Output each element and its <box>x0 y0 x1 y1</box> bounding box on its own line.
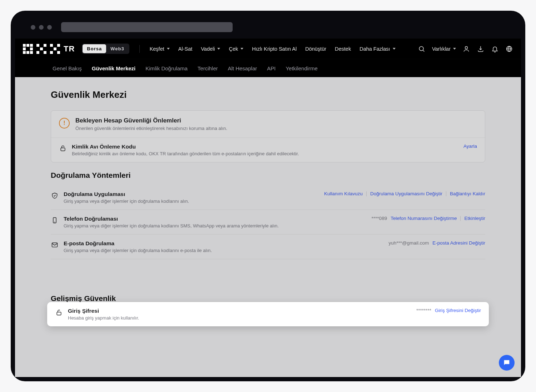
unlock-icon <box>55 308 63 316</box>
search-icon[interactable] <box>418 45 426 53</box>
nav-al-sat[interactable]: Al-Sat <box>178 46 193 52</box>
globe-icon[interactable] <box>505 45 513 53</box>
phone-subtitle: Giriş yapma veya diğer işlemler için doğ… <box>64 223 367 228</box>
email-change-link[interactable]: E-posta Adresini Değiştir <box>432 240 485 246</box>
authenticator-guide-link[interactable]: Kullanım Kılavuzu <box>324 191 363 196</box>
alert-subtitle: Önerilen güvenlik önlemlerini etkinleşti… <box>75 126 227 131</box>
separator <box>446 191 446 196</box>
authenticator-subtitle: Giriş yapma veya diğer işlemler için doğ… <box>64 198 319 204</box>
password-title: Giriş Şifresi <box>68 308 411 314</box>
phishing-code-row: Kimlik Avı Önleme Kodu Belirlediğiniz ki… <box>51 138 485 162</box>
nav-destek[interactable]: Destek <box>335 46 351 52</box>
email-subtitle: Giriş yapma veya diğer işlemler için doğ… <box>64 248 383 253</box>
phishing-title: Kimlik Avı Önleme Kodu <box>72 144 458 150</box>
password-masked: ******** <box>416 308 431 313</box>
email-masked: yuh***@gmail.com <box>388 240 429 246</box>
email-title: E-posta Doğrulama <box>64 240 383 247</box>
svg-point-0 <box>419 46 423 51</box>
tab-genel-bakis[interactable]: Genel Bakış <box>53 61 82 76</box>
svg-rect-6 <box>57 312 61 315</box>
window-dot-maximize[interactable] <box>47 25 52 30</box>
page-title: Güvenlik Merkezi <box>51 89 485 100</box>
bell-icon[interactable] <box>491 45 499 53</box>
svg-point-7 <box>505 362 506 362</box>
logo-glyph-left <box>23 44 33 54</box>
top-nav: TR Borsa Web3 Keşfet Al-Sat Vadeli Çek H… <box>15 39 521 59</box>
top-nav-right: Varlıklar <box>418 45 513 53</box>
phishing-subtitle: Belirlediğiniz kimlik avı önleme kodu, O… <box>72 151 458 156</box>
method-password-highlight: Giriş Şifresi Hesaba giriş yapmak için k… <box>47 302 489 326</box>
tab-api[interactable]: API <box>267 61 276 76</box>
primary-nav-links: Keşfet Al-Sat Vadeli Çek Hızlı Kripto Sa… <box>150 46 396 52</box>
security-alert-panel: ! Bekleyen Hesap Güvenliği Önlemleri Öne… <box>51 110 485 162</box>
section-advanced-title: Gelişmiş Güvenlik <box>51 294 485 303</box>
nav-daha-fazlasi[interactable]: Daha Fazlası <box>359 46 395 52</box>
nav-separator <box>139 45 140 53</box>
logo-glyph-x <box>50 44 60 54</box>
segment-borsa[interactable]: Borsa <box>83 44 106 53</box>
svg-rect-3 <box>61 148 65 151</box>
secondary-nav: Genel Bakış Güvenlik Merkezi Kimlik Doğr… <box>15 59 521 77</box>
phone-icon <box>51 216 59 224</box>
svg-point-1 <box>465 46 468 49</box>
window-dot-minimize[interactable] <box>39 25 44 30</box>
mail-icon <box>51 241 59 249</box>
warning-icon: ! <box>59 118 70 129</box>
content-area: Güvenlik Merkezi ! Bekleyen Hesap Güvenl… <box>15 77 521 377</box>
window-dot-close[interactable] <box>31 25 35 30</box>
alert-title: Bekleyen Hesap Güvenliği Önlemleri <box>75 117 227 124</box>
tab-alt-hesaplar[interactable]: Alt Hesaplar <box>228 61 257 76</box>
nav-hizli-kripto[interactable]: Hızlı Kripto Satın Al <box>252 46 297 52</box>
user-icon[interactable] <box>462 45 470 53</box>
app-window: TR Borsa Web3 Keşfet Al-Sat Vadeli Çek H… <box>15 39 521 377</box>
svg-point-9 <box>507 362 508 362</box>
password-change-link[interactable]: Giriş Şifresini Değiştir <box>435 308 481 313</box>
nav-kesfet[interactable]: Keşfet <box>150 46 170 52</box>
tab-kimlik-dogrulama[interactable]: Kimlik Doğrulama <box>145 61 188 76</box>
url-bar[interactable] <box>61 22 233 32</box>
separator <box>366 191 367 196</box>
shield-icon <box>51 192 59 200</box>
verification-methods: Doğrulama Uygulaması Giriş yapma veya di… <box>51 185 485 291</box>
phone-masked: ****089 <box>372 216 387 221</box>
brand-logo[interactable]: TR Borsa Web3 <box>23 44 129 54</box>
phone-enable-link[interactable]: Etkinleştir <box>464 216 485 221</box>
nav-donustur[interactable]: Dönüştür <box>305 46 326 52</box>
method-authenticator: Doğrulama Uygulaması Giriş yapma veya di… <box>51 185 485 210</box>
browser-frame: TR Borsa Web3 Keşfet Al-Sat Vadeli Çek H… <box>11 11 525 381</box>
authenticator-remove-link[interactable]: Bağlantıyı Kaldır <box>450 191 485 196</box>
method-phone: Telefon Doğrulaması Giriş yapma veya diğ… <box>51 210 485 235</box>
svg-point-8 <box>506 362 507 362</box>
download-icon[interactable] <box>477 45 485 53</box>
market-segmented: Borsa Web3 <box>82 44 129 54</box>
lock-icon <box>59 144 67 152</box>
tab-tercihler[interactable]: Tercihler <box>198 61 218 76</box>
logo-glyph-mid <box>36 44 46 54</box>
pending-security-alert: ! Bekleyen Hesap Güvenliği Önlemleri Öne… <box>51 111 485 138</box>
separator <box>460 216 461 221</box>
section-verification-title: Doğrulama Yöntemleri <box>51 171 485 180</box>
authenticator-change-link[interactable]: Doğrulama Uygulamasını Değiştir <box>370 191 442 196</box>
window-controls <box>15 21 521 39</box>
tab-yetkilendirme[interactable]: Yetkilendirme <box>286 61 318 76</box>
nav-cek[interactable]: Çek <box>229 46 243 52</box>
chat-button[interactable] <box>499 355 515 371</box>
method-email: E-posta Doğrulama Giriş yapma veya diğer… <box>51 235 485 259</box>
phone-title: Telefon Doğrulaması <box>64 216 367 222</box>
brand-text: TR <box>64 44 75 54</box>
segment-web3[interactable]: Web3 <box>106 44 128 53</box>
nav-yatir[interactable]: Vadeli <box>201 46 220 52</box>
authenticator-title: Doğrulama Uygulaması <box>64 191 319 197</box>
password-subtitle: Hesaba giriş yapmak için kullanılır. <box>68 315 411 321</box>
phone-change-link[interactable]: Telefon Numarasını Değiştirme <box>391 216 457 221</box>
phishing-setup-link[interactable]: Ayarla <box>463 144 477 149</box>
tab-guvenlik-merkezi[interactable]: Güvenlik Merkezi <box>92 61 136 76</box>
assets-dropdown[interactable]: Varlıklar <box>432 46 456 52</box>
